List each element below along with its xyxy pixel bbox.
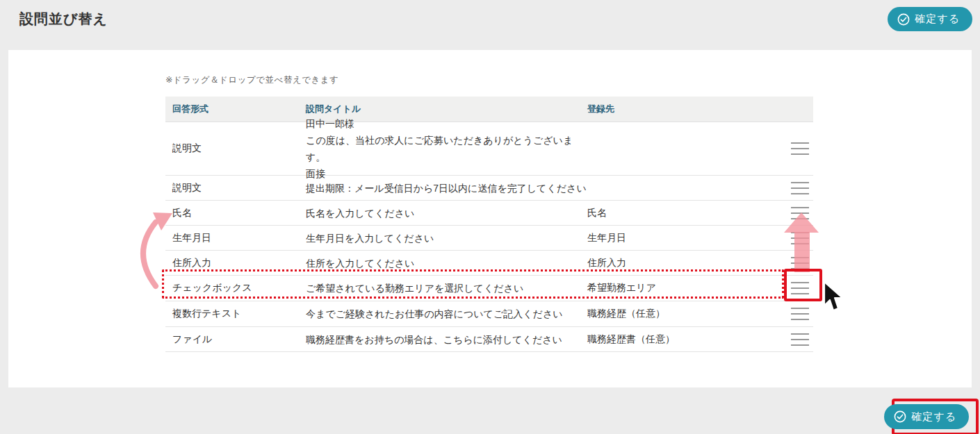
table-row[interactable]: 氏名 氏名を入力してください 氏名 [165,201,813,226]
table-row[interactable]: 生年月日 生年月日を入力してください 生年月日 [165,226,813,251]
cell-title: 田中一郎様 この度は、当社の求人にご応募いただきありがとうございます。 面接 [306,115,587,182]
cell-dest: 氏名 [587,207,754,219]
confirm-button-top[interactable]: 確定する [888,7,972,31]
cell-format: ファイル [165,333,306,346]
cell-title: ご希望されている勤務エリアを選択してください [306,280,587,297]
drag-handle-icon[interactable] [791,138,809,159]
cell-title: 住所を入力してください [306,255,587,272]
cell-dest: 住所入力 [587,257,754,269]
table-row[interactable]: 説明文 田中一郎様 この度は、当社の求人にご応募いただきありがとうございます。 … [165,122,813,176]
table-row[interactable]: 住所入力 住所を入力してください 住所入力 [165,251,813,276]
drag-handle-icon[interactable] [791,228,809,249]
cell-dest: 生年月日 [587,232,754,244]
cell-format: 複数行テキスト [165,308,306,320]
page-title: 設問並び替え [19,10,108,28]
drag-handle-icon[interactable] [791,278,809,299]
drag-handle-icon[interactable] [791,253,809,274]
question-table: 回答形式 設問タイトル 登録先 説明文 田中一郎様 この度は、当社の求人にご応募… [165,97,813,352]
check-circle-icon [897,13,910,26]
table-row[interactable]: ファイル 職務経歴書をお持ちの場合は、こちらに添付してください 職務経歴書（任意… [165,327,813,352]
cell-title: 今までご経験されたお仕事の内容についてご記入ください [306,306,587,322]
table-row[interactable]: 複数行テキスト 今までご経験されたお仕事の内容についてご記入ください 職務経歴（… [165,301,813,327]
cell-dest: 職務経歴書（任意） [587,333,754,346]
table-row[interactable]: 説明文 提出期限：メール受信日から7日以内に送信を完了してください [165,176,813,201]
cell-format: 説明文 [165,142,306,155]
drag-handle-icon[interactable] [791,303,809,324]
col-header-dest: 登録先 [587,103,754,115]
cell-dest: 希望勤務エリア [587,282,754,294]
col-header-format: 回答形式 [165,103,306,115]
confirm-button-label: 確定する [911,410,956,424]
cell-title: 氏名を入力してください [306,205,587,222]
question-reorder-page: 設問並び替え 確定する ※ドラッグ＆ドロップで並べ替えできます 回答形式 設問タ… [0,0,980,434]
cell-format: 氏名 [165,207,306,219]
check-circle-icon [894,410,906,423]
cell-dest: 職務経歴（任意） [587,308,754,320]
cell-format: チェックボックス [165,282,306,294]
drag-handle-icon[interactable] [791,178,809,199]
cell-title: 職務経歴書をお持ちの場合は、こちらに添付してください [306,331,587,348]
cell-format: 説明文 [165,182,306,194]
table-row-highlighted[interactable]: チェックボックス ご希望されている勤務エリアを選択してください 希望勤務エリア [165,276,813,301]
cell-format: 住所入力 [165,257,306,269]
cell-format: 生年月日 [165,232,306,244]
drag-handle-icon[interactable] [791,203,809,224]
drag-handle-icon[interactable] [791,329,809,350]
cell-title: 提出期限：メール受信日から7日以内に送信を完了してください [306,180,587,197]
confirm-button-bottom[interactable]: 確定する [884,404,969,429]
confirm-button-label: 確定する [915,12,960,26]
cell-title: 生年月日を入力してください [306,230,587,247]
drag-drop-note: ※ドラッグ＆ドロップで並べ替えできます [165,74,338,86]
